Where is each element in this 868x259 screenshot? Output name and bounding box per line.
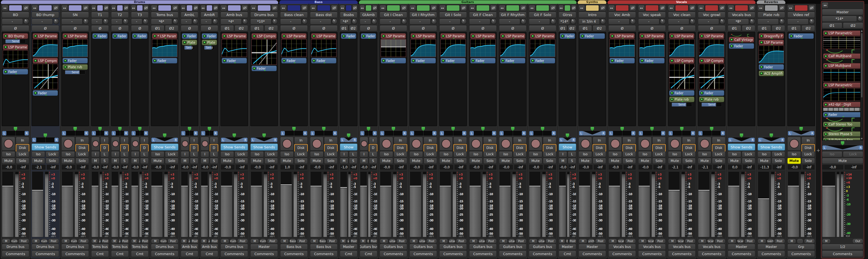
panner-right-button[interactable]: R bbox=[492, 131, 496, 136]
mute-button[interactable]: Mute bbox=[822, 158, 863, 164]
hide-strip-icon[interactable] bbox=[599, 5, 606, 11]
input-button[interactable]: *14* bbox=[559, 19, 570, 25]
processor-plugin[interactable]: LSP Parametric Eq bbox=[699, 33, 724, 39]
gain-display[interactable]: -2,1 bbox=[698, 165, 712, 170]
panner-bar[interactable]: LR bbox=[91, 131, 109, 136]
send-level-slider[interactable]: Send bbox=[702, 103, 722, 107]
panner-bar[interactable]: LR bbox=[280, 131, 308, 136]
processor-fader[interactable]: Fader bbox=[112, 33, 128, 39]
phase-invert-button[interactable]: Ø2 bbox=[568, 25, 576, 31]
processor-plugin[interactable]: LSP Parametric Eq bbox=[470, 33, 496, 39]
solo-lock-button[interactable]: L bbox=[100, 151, 109, 157]
metering-point-button[interactable]: Post bbox=[744, 238, 755, 244]
record-arm-button[interactable] bbox=[668, 137, 682, 151]
input-monitor-button[interactable]: In bbox=[652, 137, 666, 144]
processor-plugin[interactable]: LSP Parametric Eq bbox=[669, 33, 694, 39]
output-button[interactable]: 1/2 bbox=[822, 244, 863, 250]
mute-button[interactable]: Mute bbox=[469, 158, 483, 164]
processor-fader[interactable]: Fader bbox=[361, 33, 376, 39]
strip-width-button[interactable]: ↔ bbox=[310, 5, 317, 11]
panner-right-button[interactable]: R bbox=[104, 131, 108, 136]
processor-active-led[interactable] bbox=[641, 34, 644, 37]
peak-display[interactable]: -inf bbox=[653, 165, 666, 170]
processor-fader[interactable]: Fader bbox=[3, 69, 28, 75]
fader-handle[interactable] bbox=[281, 184, 292, 185]
panner[interactable]: LR bbox=[2, 127, 29, 136]
phase-invert-button[interactable]: Ø1 bbox=[220, 25, 234, 31]
strip-width-button[interactable]: ↔ bbox=[728, 5, 734, 11]
strip-width-button[interactable]: ↔ bbox=[787, 5, 794, 11]
trim-knob[interactable] bbox=[103, 19, 109, 24]
gain-display[interactable]: -0,0 bbox=[310, 165, 324, 170]
solo-lock-button[interactable]: Lock bbox=[324, 151, 338, 157]
disk-monitor-button[interactable]: Disk bbox=[483, 144, 497, 152]
phase-invert-button[interactable]: Ø1 bbox=[559, 25, 567, 31]
metering-point-button[interactable]: Post bbox=[327, 238, 338, 244]
output-button[interactable]: Bass bus bbox=[310, 244, 338, 250]
processor-active-led[interactable] bbox=[824, 32, 827, 35]
gain-display[interactable]: 0,0 bbox=[728, 165, 742, 170]
strip-width-button[interactable]: ↔ bbox=[379, 5, 386, 11]
trim-knob[interactable] bbox=[720, 19, 725, 24]
scrollbar-thumb[interactable] bbox=[861, 33, 863, 97]
mute-button[interactable]: Mute bbox=[2, 158, 15, 164]
fader-handle[interactable] bbox=[788, 186, 799, 186]
panner-bar[interactable]: LR bbox=[200, 131, 218, 136]
input-monitor-button[interactable]: In bbox=[75, 137, 89, 144]
output-button[interactable]: Amb bus bbox=[181, 244, 198, 250]
solo-button[interactable]: Solo bbox=[75, 158, 89, 164]
panner[interactable]: LR bbox=[469, 127, 497, 136]
fader-handle[interactable] bbox=[32, 190, 43, 191]
strip-name-button[interactable]: Bass clean bbox=[280, 11, 308, 18]
processor-active-led[interactable] bbox=[671, 91, 674, 94]
strip-color-button[interactable] bbox=[586, 5, 599, 11]
strip-name-button[interactable]: Gtrss bbox=[559, 11, 576, 18]
processor-active-led[interactable] bbox=[153, 34, 156, 37]
peak-display[interactable]: -inf bbox=[295, 165, 308, 170]
output-button[interactable]: Drums bus bbox=[2, 244, 29, 250]
processor-active-led[interactable] bbox=[412, 34, 415, 37]
processor-active-led[interactable] bbox=[223, 59, 226, 62]
strip-name-button[interactable]: Git I Solo bbox=[439, 11, 467, 18]
gain-display[interactable]: -0,0 bbox=[638, 165, 653, 170]
fader-handle[interactable] bbox=[92, 186, 98, 186]
group-tab-drums[interactable]: Drums bbox=[1, 0, 278, 4]
trim-knob[interactable] bbox=[143, 19, 149, 24]
processor-fader[interactable]: Fader bbox=[62, 58, 88, 64]
phase-invert-button[interactable]: Ø bbox=[200, 25, 218, 31]
solo-lock-button[interactable]: Lock bbox=[394, 151, 407, 157]
panner-left-button[interactable]: L bbox=[92, 131, 96, 136]
strip-color-button[interactable] bbox=[387, 5, 400, 11]
solo-lock-button[interactable]: Lock bbox=[45, 151, 59, 157]
processor-plugin[interactable]: LSP Parametric Eq bbox=[62, 33, 88, 39]
processor-active-led[interactable] bbox=[760, 34, 763, 37]
gain-fader[interactable] bbox=[181, 171, 188, 237]
panner[interactable]: LR bbox=[728, 134, 755, 143]
strip-name-button[interactable]: Toms bus bbox=[151, 11, 179, 18]
processor-plugin[interactable]: Calf Vintage Delay bbox=[729, 37, 754, 42]
phase-invert-button[interactable]: Ø2 bbox=[235, 25, 248, 31]
gain-display[interactable]: -0,0 bbox=[220, 165, 235, 170]
peak-display[interactable]: -inf bbox=[713, 165, 725, 170]
strip-color-button[interactable] bbox=[675, 5, 688, 11]
solo-isolate-button[interactable]: I bbox=[91, 151, 100, 157]
solo-button[interactable]: Solo bbox=[622, 158, 636, 164]
solo-lock-button[interactable]: Lock bbox=[513, 151, 527, 157]
trim-knob[interactable] bbox=[630, 19, 636, 24]
comments-button[interactable]: Comments bbox=[280, 251, 308, 257]
solo-button[interactable]: Solo bbox=[483, 158, 497, 164]
strip-color-button[interactable] bbox=[506, 5, 519, 11]
processor-active-led[interactable] bbox=[223, 34, 226, 37]
mute-button[interactable]: Mute bbox=[529, 158, 542, 164]
strip-name-button[interactable]: Git F Solo bbox=[529, 11, 556, 18]
trim-knob[interactable] bbox=[401, 19, 407, 24]
metering-point-button[interactable]: Post bbox=[211, 238, 219, 244]
panner[interactable]: LR bbox=[340, 134, 358, 143]
peak-display[interactable]: -inf bbox=[210, 165, 218, 170]
panner-left-button[interactable]: L bbox=[728, 138, 732, 142]
panner-right-button[interactable]: R bbox=[403, 131, 407, 136]
solo-button[interactable]: Solo bbox=[712, 158, 725, 164]
fader-handle[interactable] bbox=[499, 186, 510, 186]
processor-active-led[interactable] bbox=[824, 133, 827, 136]
processor-active-led[interactable] bbox=[64, 34, 67, 37]
